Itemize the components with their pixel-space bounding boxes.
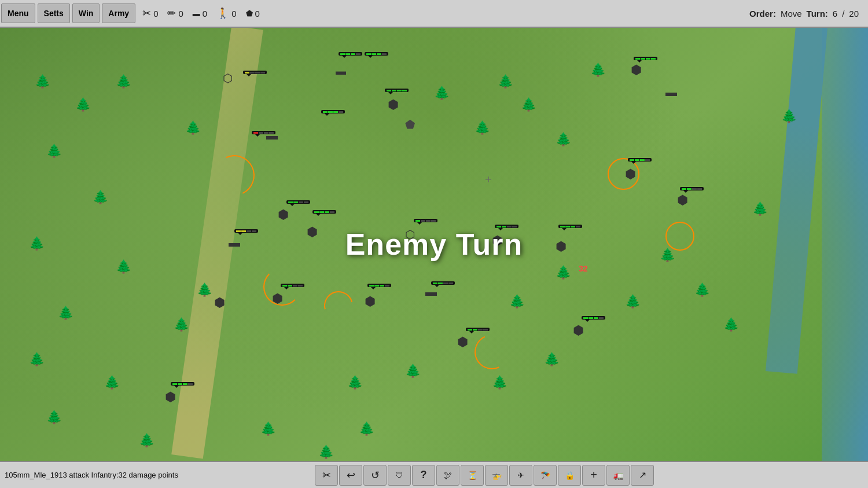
transport-button[interactable]: 🚛 xyxy=(606,465,630,486)
action-buttons: ✂ ↩ ↺ 🛡 ? 🕊 ⏳ 🚁 ✈ 🪂 🔒 xyxy=(315,465,654,486)
unit-sprite: ⬡ xyxy=(223,71,233,85)
stat-infantry-killed: ✂ 0 xyxy=(142,7,158,20)
settings-button[interactable]: Setts xyxy=(38,3,70,23)
tree: 🌲 xyxy=(46,410,62,425)
move-button[interactable]: ↗ xyxy=(631,465,654,486)
status-text: 105mm_Mle_1913 attack Infantry:32 damage… xyxy=(0,471,312,479)
unit-sprite: ▬ xyxy=(336,65,346,78)
unit-label xyxy=(281,284,304,287)
stat-soldier-count: 🚶 0 xyxy=(216,7,236,20)
attack-button[interactable]: ✂ xyxy=(315,465,338,486)
unit-sprite: ▬ xyxy=(425,285,437,299)
undo-icon: ↩ xyxy=(347,469,355,482)
tree: 🌲 xyxy=(781,109,797,124)
unit-sprite: ⬢ xyxy=(278,207,289,222)
turn-separator: / xyxy=(842,9,844,19)
tree: 🌲 xyxy=(104,375,120,390)
recon-icon: 🕊 xyxy=(444,471,452,480)
tree: 🌲 xyxy=(58,306,73,321)
infantry-icon: ✂ xyxy=(142,7,151,20)
tree: 🌲 xyxy=(475,120,490,135)
tree: 🌲 xyxy=(260,421,276,436)
unit-sprite: ▬ xyxy=(229,236,240,249)
tank-count-icon: ⬟ xyxy=(246,9,253,18)
unit-sprite: ⬡ xyxy=(405,228,415,241)
fortify-icon: 🔒 xyxy=(565,471,575,480)
menu-button[interactable]: Menu xyxy=(1,3,35,23)
reinforce-button[interactable]: + xyxy=(582,465,605,486)
unit-label xyxy=(286,200,310,204)
vehicle-killed-value: 0 xyxy=(203,9,207,19)
tree: 🌲 xyxy=(694,282,710,298)
unit-sprite: ⬢ xyxy=(573,323,584,338)
paradrop-button[interactable]: 🪂 xyxy=(534,465,557,486)
tree: 🌲 xyxy=(498,74,513,89)
unit-label xyxy=(628,158,652,162)
tree: 🌲 xyxy=(752,201,768,217)
army-button[interactable]: Army xyxy=(102,3,135,23)
unit-label xyxy=(252,131,275,134)
win-button[interactable]: Win xyxy=(72,3,100,23)
recon-button[interactable]: 🕊 xyxy=(436,465,459,486)
tree: 🌲 xyxy=(347,375,363,390)
fortify-button[interactable]: 🔒 xyxy=(558,465,581,486)
wait-icon: ⏳ xyxy=(468,471,477,480)
unit-label xyxy=(234,229,258,233)
stats-bar: ✂ 0 ✏ 0 ▬ 0 🚶 0 ⬟ 0 xyxy=(142,7,260,20)
unit-sprite: ⬢ xyxy=(272,291,283,306)
tree: 🌲 xyxy=(509,294,525,309)
defend-button[interactable]: 🛡 xyxy=(388,465,411,486)
unit-label xyxy=(365,52,388,56)
tree: 🌲 xyxy=(660,248,675,263)
order-value: Move xyxy=(781,9,802,19)
help-button[interactable]: ? xyxy=(412,465,435,486)
unit-label xyxy=(431,281,455,285)
tree: 🌲 xyxy=(723,317,739,332)
unit-label xyxy=(414,219,437,222)
tree: 🌲 xyxy=(434,86,450,101)
help-icon: ? xyxy=(421,469,427,481)
unit-label xyxy=(680,187,704,190)
attack-icon: ✂ xyxy=(322,469,331,482)
damage-number: 32 xyxy=(579,264,588,273)
tree: 🌲 xyxy=(556,265,571,280)
unit-label xyxy=(558,225,582,228)
map-area[interactable]: 🌲 🌲 🌲 🌲 🌲 🌲 🌲 🌲 🌲 🌲 🌲 🌲 🌲 🌲 🌲 🌲 🌲 🌲 🌲 🌲 … xyxy=(0,28,868,461)
unit-label xyxy=(466,328,490,331)
turn-total: 20 xyxy=(849,9,859,19)
tree: 🌲 xyxy=(93,190,108,205)
tree: 🌲 xyxy=(625,294,641,309)
unit-sprite: ▬ xyxy=(665,86,677,99)
infantry-killed-value: 0 xyxy=(153,9,158,19)
stat-gun-killed: ✏ 0 xyxy=(167,7,183,20)
tree: 🌲 xyxy=(35,74,50,89)
unit-label xyxy=(582,316,605,320)
order-section: Order: Move Turn: 6 / 20 xyxy=(749,9,868,19)
unit-label xyxy=(321,110,345,113)
tree: 🌲 xyxy=(318,445,334,460)
unit-label xyxy=(312,210,336,214)
unit-sprite: ⬢ xyxy=(556,239,567,254)
tank-count-value: 0 xyxy=(255,9,260,19)
plane-icon: ✈ xyxy=(517,471,524,480)
reset-button[interactable]: ↺ xyxy=(363,465,387,486)
unit-label xyxy=(385,89,409,92)
unit-sprite: ⬢ xyxy=(307,225,318,240)
tree: 🌲 xyxy=(492,375,507,390)
tree: 🌲 xyxy=(521,97,536,112)
tree: 🌲 xyxy=(174,317,189,332)
soldier-count-value: 0 xyxy=(231,9,236,19)
tree: 🌲 xyxy=(116,259,131,274)
gun-killed-value: 0 xyxy=(178,9,183,19)
air-support-button[interactable]: 🚁 xyxy=(485,465,508,486)
stat-vehicle-killed: ▬ 0 xyxy=(193,9,207,19)
tree: 🌲 xyxy=(197,282,212,298)
wait-button[interactable]: ⏳ xyxy=(461,465,484,486)
gun-icon: ✏ xyxy=(167,7,176,20)
unit-sprite: ⬢ xyxy=(388,97,399,112)
undo-button[interactable]: ↩ xyxy=(339,465,362,486)
tree: 🌲 xyxy=(139,433,155,448)
plane-button[interactable]: ✈ xyxy=(509,465,532,486)
order-label: Order: xyxy=(749,9,776,19)
reset-icon: ↺ xyxy=(371,469,380,482)
